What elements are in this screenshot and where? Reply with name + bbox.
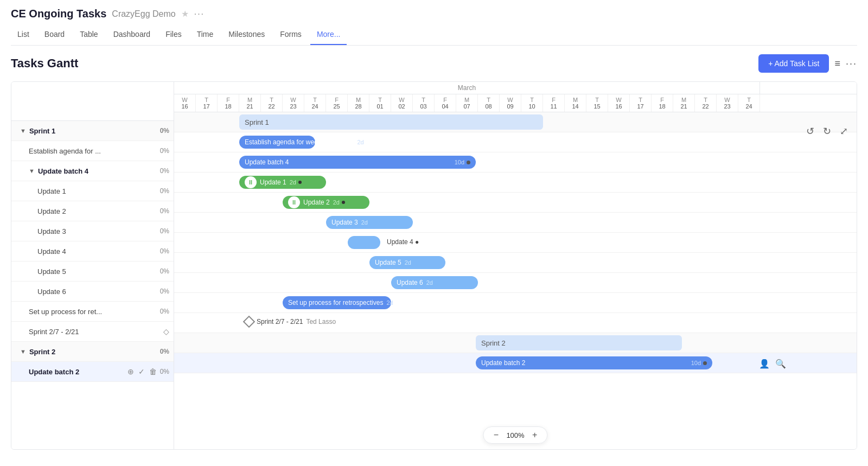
gantt-row-setup[interactable]: Set up process for ret... 0% [11,302,174,322]
gantt-row-establish[interactable]: Establish agenda for ... 0% [11,141,174,161]
gantt-bar-update2[interactable]: II Update 2 2d [283,196,369,209]
gantt-row-update1[interactable]: Update 1 0% [11,181,174,201]
gantt-row-update4[interactable]: Update 4 0% [11,241,174,261]
gantt-bar-sprint1[interactable]: Sprint 1 [239,114,543,130]
gantt-day-16: W16 [174,94,196,112]
zoom-in-button[interactable]: + [529,429,541,441]
gantt-milestone-sprint27[interactable]: Sprint 2/7 - 2/21 Ted Lasso [245,317,336,326]
tab-list[interactable]: List [11,27,36,45]
row-percent-sprint2: 0% [160,348,169,355]
gantt-bar-days-update1: 2d [290,179,296,186]
gantt-day-18: F18 [218,94,239,112]
row-percent-update5: 0% [160,267,169,275]
app-title: CE Ongoing Tasks [11,8,106,20]
gantt-day-21: M21 [673,94,695,112]
gantt-row-sprint1[interactable]: ▼ Sprint 1 0% [11,121,174,141]
fit-button[interactable]: ⤢ [838,123,850,139]
gantt-bar-dot-update3 [370,221,373,224]
zoom-out-button[interactable]: − [490,429,502,441]
gantt-row-update3[interactable]: Update 3 0% [11,221,174,241]
row-label-update1: Update 1 [37,187,66,195]
gantt-row-update5[interactable]: Update 5 0% [11,261,174,282]
gantt-bar-label-update6: Update 6 [397,279,423,286]
tab-files[interactable]: Files [159,27,188,45]
gantt-label-update4: Update 4 ● [387,238,419,246]
tab-forms[interactable]: Forms [273,27,308,45]
gantt-day-18: F18 [652,94,673,112]
redo-button[interactable]: ↻ [821,123,833,139]
check-action-button[interactable]: ✓ [137,366,146,377]
header-more-icon[interactable]: ··· [194,9,205,19]
gantt-body-row-update4: Update 4 ● [174,233,857,253]
gantt-left-header [11,82,174,121]
gantt-bar-update4[interactable] [348,236,380,249]
row-percent-update4: 0% [160,247,169,255]
gantt-day-09: W09 [500,94,521,112]
gantt-day-07: M07 [456,94,478,112]
nav-tabs: List Board Table Dashboard Files Time Mi… [11,27,857,46]
gantt-row-update2[interactable]: Update 2 0% [11,201,174,221]
row-percent-sprint1: 0% [160,127,169,135]
row-label-update5: Update 5 [37,267,66,276]
user-avatar-icon[interactable]: 👤 [759,359,770,369]
gantt-days-row: W16T17F18M21T22W23T24F25M28T01W02T03F04M… [174,94,857,112]
gantt-body-row-updatebatch2: Update batch 2 10d 👤 🔍 [174,353,857,373]
gantt-row-sprint2[interactable]: ▼ Sprint 2 0% [11,342,174,362]
page-title: Tasks Gantt [11,56,78,71]
gantt-bar-updatebatch2[interactable]: Update batch 2 10d [476,356,712,369]
gantt-body-row-update6: Update 6 2d [174,273,857,293]
gantt-bar-update3[interactable]: Update 3 2d [326,216,413,229]
gantt-bar-setup[interactable]: Set up process for retrospectives 2d [283,296,391,309]
tab-time[interactable]: Time [190,27,220,45]
gantt-bar-label-establish: Establish agenda for weekly meetings [245,138,354,146]
tab-table[interactable]: Table [73,27,104,45]
tab-milestones[interactable]: Milestones [222,27,271,45]
gantt-bar-days-update3: 2d [361,219,368,226]
gantt-bar-dot-update1 [298,181,302,184]
gantt-row-sprint27[interactable]: Sprint 2/7 - 2/21 ◇ [11,322,174,342]
gantt-bar-days-establish: 2d [357,139,363,145]
update1-icon: II [245,176,257,188]
gantt-body-row-update5: Update 5 2d [174,253,857,273]
delete-action-button[interactable]: 🗑 [148,366,158,377]
gantt-bar-update1[interactable]: II Update 1 2d [239,176,326,189]
tab-board[interactable]: Board [38,27,71,45]
row-percent-establish: 0% [160,147,169,155]
milestone-diamond [243,316,256,328]
star-icon[interactable]: ★ [181,9,189,19]
add-task-list-button[interactable]: + Add Task List [758,54,829,73]
chevron-sprint1[interactable]: ▼ [20,127,26,134]
gantt-bar-label-sprint1: Sprint 1 [245,118,269,126]
page-more-icon[interactable]: ··· [846,58,857,69]
row-label-updatebatch2: Update batch 2 [29,368,79,376]
filter-icon[interactable]: ≡ [834,58,840,69]
gantt-row-update6[interactable]: Update 6 0% [11,282,174,302]
gantt-bar-establish[interactable]: Establish agenda for weekly meetings 2d [239,136,315,149]
gantt-bar-sprint2[interactable]: Sprint 2 [476,335,682,350]
gantt-bar-updatebatch4[interactable]: Update batch 4 10d [239,156,476,169]
tab-more[interactable]: More... [310,27,347,45]
gantt-body-row-update2: II Update 2 2d [174,193,857,213]
gantt-body-row-update3: Update 3 2d [174,213,857,233]
add-action-button[interactable]: ⊕ [126,366,135,377]
gantt-month-row: March [174,82,857,94]
search-icon[interactable]: 🔍 [775,359,786,369]
gantt-day-21: M21 [239,94,261,112]
gantt-bar-update6[interactable]: Update 6 2d [391,276,478,289]
gantt-bar-days-updatebatch2: 10d [691,360,701,366]
gantt-row-updatebatch2[interactable]: Update batch 2 ⊕ ✓ 🗑 0% [11,362,174,382]
gantt-row-updatebatch4[interactable]: ▼ Update batch 4 0% [11,161,174,181]
gantt-bar-label-update1: Update 1 [260,178,286,186]
tab-dashboard[interactable]: Dashboard [107,27,157,45]
chevron-sprint2[interactable]: ▼ [20,348,26,355]
gantt-left-panel: ▼ Sprint 1 0% Establish agenda for ... 0… [11,82,174,449]
gantt-right-panel[interactable]: March W16T17F18M21T22W23T24F25M28T01W02T… [174,82,857,449]
gantt-day-03: T03 [413,94,435,112]
chevron-updatebatch4[interactable]: ▼ [29,168,35,174]
row-label-update3: Update 3 [37,227,66,235]
row-label-update6: Update 6 [37,288,66,296]
gantt-day-17: T17 [630,94,652,112]
undo-button[interactable]: ↺ [804,123,816,139]
row-percent-updatebatch4: 0% [160,167,169,175]
gantt-bar-update5[interactable]: Update 5 2d [369,256,445,269]
